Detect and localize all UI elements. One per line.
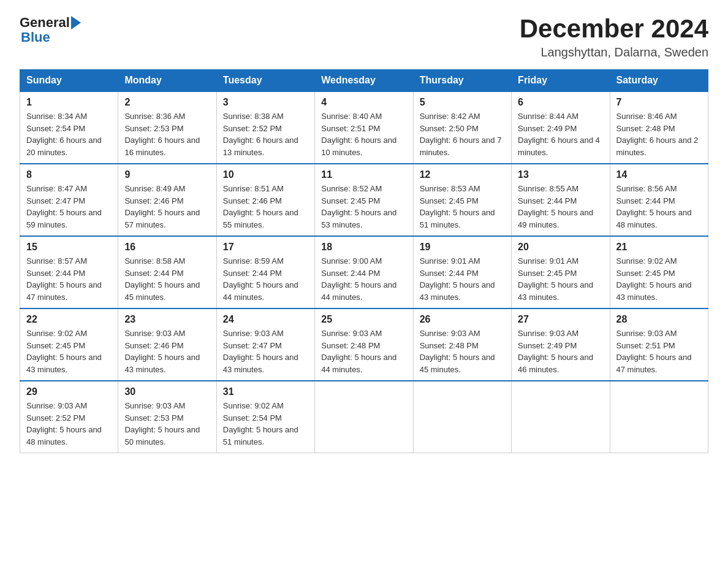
calendar-cell: 21Sunrise: 9:02 AMSunset: 2:45 PMDayligh… xyxy=(610,236,708,308)
logo-triangle-icon xyxy=(71,16,81,29)
calendar-cell: 6Sunrise: 8:44 AMSunset: 2:49 PMDaylight… xyxy=(512,91,610,164)
day-info: Sunrise: 8:52 AMSunset: 2:45 PMDaylight:… xyxy=(321,183,406,231)
day-number: 9 xyxy=(124,169,210,180)
day-number: 17 xyxy=(223,242,308,253)
calendar-cell: 14Sunrise: 8:56 AMSunset: 2:44 PMDayligh… xyxy=(610,164,708,236)
day-number: 5 xyxy=(420,97,505,108)
day-info: Sunrise: 9:02 AMSunset: 2:45 PMDaylight:… xyxy=(26,327,112,375)
day-number: 7 xyxy=(616,97,702,108)
calendar-cell: 5Sunrise: 8:42 AMSunset: 2:50 PMDaylight… xyxy=(413,91,511,164)
month-year-title: December 2024 xyxy=(520,15,708,43)
day-number: 23 xyxy=(124,314,210,325)
calendar-cell xyxy=(413,381,511,453)
day-info: Sunrise: 9:03 AMSunset: 2:53 PMDaylight:… xyxy=(124,400,210,448)
day-info: Sunrise: 8:38 AMSunset: 2:52 PMDaylight:… xyxy=(223,110,308,158)
calendar-cell: 22Sunrise: 9:02 AMSunset: 2:45 PMDayligh… xyxy=(20,308,118,381)
calendar-cell: 4Sunrise: 8:40 AMSunset: 2:51 PMDaylight… xyxy=(315,91,413,164)
calendar-cell: 30Sunrise: 9:03 AMSunset: 2:53 PMDayligh… xyxy=(118,381,216,453)
calendar-cell: 2Sunrise: 8:36 AMSunset: 2:53 PMDaylight… xyxy=(118,91,216,164)
calendar-week-row: 8Sunrise: 8:47 AMSunset: 2:47 PMDaylight… xyxy=(20,164,708,236)
logo: General Blue xyxy=(20,15,81,45)
column-header-friday: Friday xyxy=(512,70,610,92)
day-number: 11 xyxy=(321,169,406,180)
day-number: 6 xyxy=(518,97,603,108)
day-info: Sunrise: 9:03 AMSunset: 2:48 PMDaylight:… xyxy=(321,327,406,375)
day-number: 13 xyxy=(518,169,603,180)
day-number: 16 xyxy=(124,242,210,253)
calendar-cell: 31Sunrise: 9:02 AMSunset: 2:54 PMDayligh… xyxy=(216,381,314,453)
day-info: Sunrise: 9:03 AMSunset: 2:46 PMDaylight:… xyxy=(124,327,210,375)
calendar-cell xyxy=(512,381,610,453)
calendar-week-row: 1Sunrise: 8:34 AMSunset: 2:54 PMDaylight… xyxy=(20,91,708,164)
column-header-wednesday: Wednesday xyxy=(315,70,413,92)
calendar-cell: 20Sunrise: 9:01 AMSunset: 2:45 PMDayligh… xyxy=(512,236,610,308)
logo-text-blue: Blue xyxy=(20,29,81,45)
calendar-week-row: 15Sunrise: 8:57 AMSunset: 2:44 PMDayligh… xyxy=(20,236,708,308)
day-number: 4 xyxy=(321,97,406,108)
column-header-saturday: Saturday xyxy=(610,70,708,92)
day-info: Sunrise: 9:02 AMSunset: 2:45 PMDaylight:… xyxy=(616,255,702,303)
day-number: 25 xyxy=(321,314,406,325)
calendar-cell: 26Sunrise: 9:03 AMSunset: 2:48 PMDayligh… xyxy=(413,308,511,381)
day-number: 3 xyxy=(223,97,308,108)
day-info: Sunrise: 8:36 AMSunset: 2:53 PMDaylight:… xyxy=(124,110,210,158)
day-number: 18 xyxy=(321,242,406,253)
day-info: Sunrise: 9:00 AMSunset: 2:44 PMDaylight:… xyxy=(321,255,406,303)
day-number: 8 xyxy=(26,169,112,180)
calendar-cell: 8Sunrise: 8:47 AMSunset: 2:47 PMDaylight… xyxy=(20,164,118,236)
calendar-cell: 7Sunrise: 8:46 AMSunset: 2:48 PMDaylight… xyxy=(610,91,708,164)
calendar-cell: 19Sunrise: 9:01 AMSunset: 2:44 PMDayligh… xyxy=(413,236,511,308)
calendar-cell: 11Sunrise: 8:52 AMSunset: 2:45 PMDayligh… xyxy=(315,164,413,236)
calendar-cell: 23Sunrise: 9:03 AMSunset: 2:46 PMDayligh… xyxy=(118,308,216,381)
day-info: Sunrise: 8:42 AMSunset: 2:50 PMDaylight:… xyxy=(420,110,505,158)
day-info: Sunrise: 9:02 AMSunset: 2:54 PMDaylight:… xyxy=(223,400,308,448)
day-info: Sunrise: 9:03 AMSunset: 2:48 PMDaylight:… xyxy=(420,327,505,375)
day-number: 1 xyxy=(26,97,112,108)
title-block: December 2024 Langshyttan, Dalarna, Swed… xyxy=(520,15,708,59)
day-info: Sunrise: 8:44 AMSunset: 2:49 PMDaylight:… xyxy=(518,110,603,158)
calendar-cell: 3Sunrise: 8:38 AMSunset: 2:52 PMDaylight… xyxy=(216,91,314,164)
day-info: Sunrise: 9:03 AMSunset: 2:47 PMDaylight:… xyxy=(223,327,308,375)
day-info: Sunrise: 8:59 AMSunset: 2:44 PMDaylight:… xyxy=(223,255,308,303)
day-number: 15 xyxy=(26,242,112,253)
day-number: 28 xyxy=(616,314,702,325)
day-info: Sunrise: 8:55 AMSunset: 2:44 PMDaylight:… xyxy=(518,183,603,231)
day-number: 31 xyxy=(223,386,308,397)
calendar-cell: 13Sunrise: 8:55 AMSunset: 2:44 PMDayligh… xyxy=(512,164,610,236)
logo-text-general: General xyxy=(20,15,70,31)
day-number: 2 xyxy=(124,97,210,108)
day-info: Sunrise: 9:03 AMSunset: 2:51 PMDaylight:… xyxy=(616,327,702,375)
day-number: 29 xyxy=(26,386,112,397)
day-info: Sunrise: 9:01 AMSunset: 2:45 PMDaylight:… xyxy=(518,255,603,303)
calendar-header-row: SundayMondayTuesdayWednesdayThursdayFrid… xyxy=(20,70,708,92)
day-number: 22 xyxy=(26,314,112,325)
day-info: Sunrise: 8:51 AMSunset: 2:46 PMDaylight:… xyxy=(223,183,308,231)
calendar-week-row: 22Sunrise: 9:02 AMSunset: 2:45 PMDayligh… xyxy=(20,308,708,381)
calendar-cell: 15Sunrise: 8:57 AMSunset: 2:44 PMDayligh… xyxy=(20,236,118,308)
calendar-week-row: 29Sunrise: 9:03 AMSunset: 2:52 PMDayligh… xyxy=(20,381,708,453)
day-info: Sunrise: 8:49 AMSunset: 2:46 PMDaylight:… xyxy=(124,183,210,231)
calendar-cell: 1Sunrise: 8:34 AMSunset: 2:54 PMDaylight… xyxy=(20,91,118,164)
day-number: 26 xyxy=(420,314,505,325)
calendar-cell: 12Sunrise: 8:53 AMSunset: 2:45 PMDayligh… xyxy=(413,164,511,236)
day-number: 20 xyxy=(518,242,603,253)
calendar-cell xyxy=(610,381,708,453)
day-info: Sunrise: 8:34 AMSunset: 2:54 PMDaylight:… xyxy=(26,110,112,158)
calendar-cell: 24Sunrise: 9:03 AMSunset: 2:47 PMDayligh… xyxy=(216,308,314,381)
page-header: General Blue December 2024 Langshyttan, … xyxy=(20,15,708,59)
calendar-cell: 16Sunrise: 8:58 AMSunset: 2:44 PMDayligh… xyxy=(118,236,216,308)
day-info: Sunrise: 8:40 AMSunset: 2:51 PMDaylight:… xyxy=(321,110,406,158)
day-info: Sunrise: 8:57 AMSunset: 2:44 PMDaylight:… xyxy=(26,255,112,303)
calendar-cell: 9Sunrise: 8:49 AMSunset: 2:46 PMDaylight… xyxy=(118,164,216,236)
day-info: Sunrise: 9:01 AMSunset: 2:44 PMDaylight:… xyxy=(420,255,505,303)
day-info: Sunrise: 8:58 AMSunset: 2:44 PMDaylight:… xyxy=(124,255,210,303)
column-header-monday: Monday xyxy=(118,70,216,92)
day-info: Sunrise: 8:47 AMSunset: 2:47 PMDaylight:… xyxy=(26,183,112,231)
location-subtitle: Langshyttan, Dalarna, Sweden xyxy=(520,45,708,59)
calendar-cell: 29Sunrise: 9:03 AMSunset: 2:52 PMDayligh… xyxy=(20,381,118,453)
day-info: Sunrise: 9:03 AMSunset: 2:52 PMDaylight:… xyxy=(26,400,112,448)
calendar-cell: 17Sunrise: 8:59 AMSunset: 2:44 PMDayligh… xyxy=(216,236,314,308)
calendar-cell: 28Sunrise: 9:03 AMSunset: 2:51 PMDayligh… xyxy=(610,308,708,381)
calendar-cell: 25Sunrise: 9:03 AMSunset: 2:48 PMDayligh… xyxy=(315,308,413,381)
calendar-cell: 27Sunrise: 9:03 AMSunset: 2:49 PMDayligh… xyxy=(512,308,610,381)
